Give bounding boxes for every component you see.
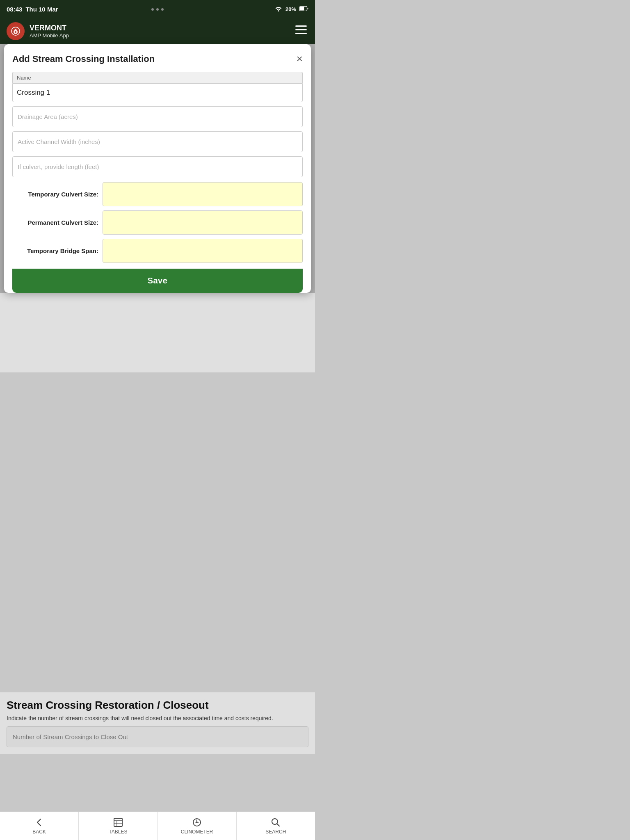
name-field-group: Name [12, 72, 303, 106]
three-dots [151, 8, 164, 11]
name-label: Name [12, 72, 303, 83]
time: 08:43 [7, 6, 22, 13]
drainage-area-input[interactable] [12, 106, 303, 127]
perm-culvert-input[interactable] [103, 210, 303, 235]
svg-point-3 [15, 31, 16, 33]
perm-culvert-row: Permanent Culvert Size: [12, 210, 303, 235]
wifi-icon [275, 6, 282, 13]
logo-icon [7, 22, 25, 40]
temp-culvert-input[interactable] [103, 182, 303, 206]
name-input[interactable] [12, 83, 303, 102]
temp-bridge-label: Temporary Bridge Span: [12, 247, 103, 254]
restoration-desc: Indicate the number of stream crossings … [7, 715, 308, 721]
app-logo: VERMONT AMP Mobile App [7, 22, 69, 40]
close-out-input[interactable] [7, 726, 308, 747]
battery-icon [299, 6, 308, 12]
svg-rect-4 [295, 25, 307, 27]
svg-rect-6 [295, 33, 307, 34]
modal-close-button[interactable]: × [297, 52, 303, 65]
svg-rect-1 [300, 7, 304, 10]
restoration-section: Stream Crossing Restoration / Closeout I… [0, 692, 315, 754]
status-bar: 08:43 Thu 10 Mar 20% [0, 0, 315, 18]
svg-rect-5 [295, 29, 307, 30]
modal-title: Add Stream Crossing Installation [12, 54, 155, 64]
status-icons: 20% [275, 6, 308, 13]
app-title: VERMONT AMP Mobile App [30, 24, 69, 39]
culvert-length-input[interactable] [12, 156, 303, 177]
date: Thu 10 Mar [25, 6, 58, 13]
nav-bar: VERMONT AMP Mobile App [0, 18, 315, 44]
below-modal-content: Stream Crossing Restoration / Closeout I… [0, 692, 315, 754]
battery-percent: 20% [285, 6, 296, 12]
temp-bridge-row: Temporary Bridge Span: [12, 239, 303, 263]
temp-culvert-label: Temporary Culvert Size: [12, 191, 103, 198]
perm-culvert-label: Permanent Culvert Size: [12, 219, 103, 226]
save-button[interactable]: Save [12, 269, 303, 293]
hamburger-menu[interactable] [294, 24, 308, 39]
add-stream-crossing-modal: Add Stream Crossing Installation × Name … [4, 44, 311, 293]
modal-overlay: Add Stream Crossing Installation × Name … [0, 44, 315, 293]
modal-header: Add Stream Crossing Installation × [12, 52, 303, 65]
channel-width-input[interactable] [12, 131, 303, 152]
status-time-date: 08:43 Thu 10 Mar [7, 6, 58, 13]
temp-bridge-input[interactable] [103, 239, 303, 263]
temp-culvert-row: Temporary Culvert Size: [12, 182, 303, 206]
restoration-title: Stream Crossing Restoration / Closeout [7, 699, 308, 712]
